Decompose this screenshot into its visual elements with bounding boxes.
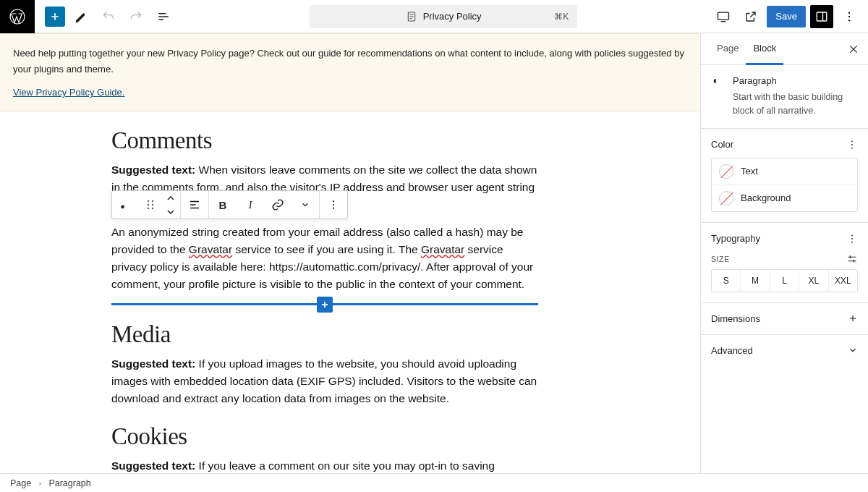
heading-media[interactable]: Media bbox=[111, 321, 538, 348]
plus-icon bbox=[848, 313, 858, 323]
panel-color-title: Color bbox=[711, 139, 733, 150]
heading-cookies[interactable]: Cookies bbox=[111, 423, 538, 450]
svg-point-11 bbox=[148, 208, 149, 209]
svg-point-20 bbox=[851, 238, 853, 239]
empty-swatch-icon bbox=[719, 191, 733, 205]
typography-panel-options[interactable] bbox=[846, 233, 858, 245]
block-type-button[interactable] bbox=[112, 191, 140, 219]
document-title: Privacy Policy bbox=[423, 11, 482, 22]
empty-swatch-icon bbox=[719, 164, 733, 179]
italic-button[interactable]: I bbox=[237, 191, 264, 219]
document-overview-button[interactable] bbox=[152, 5, 175, 28]
svg-point-7 bbox=[148, 200, 149, 202]
svg-point-14 bbox=[333, 204, 334, 205]
panel-typography-title: Typography bbox=[711, 233, 760, 244]
size-l[interactable]: L bbox=[770, 270, 799, 292]
block-options-button[interactable] bbox=[320, 191, 347, 219]
block-inserter-button[interactable] bbox=[45, 7, 65, 27]
redo-button[interactable] bbox=[124, 5, 148, 28]
font-size-selector: S M L XL XXL bbox=[711, 269, 858, 292]
drag-handle[interactable] bbox=[140, 199, 161, 211]
svg-rect-3 bbox=[817, 12, 827, 21]
svg-point-12 bbox=[152, 208, 153, 209]
close-sidebar-button[interactable] bbox=[848, 43, 859, 55]
privacy-policy-notice: Need help putting together your new Priv… bbox=[0, 33, 700, 111]
spellcheck-word: Gravatar bbox=[189, 243, 232, 255]
size-xxl[interactable]: XXL bbox=[829, 270, 857, 292]
svg-point-6 bbox=[848, 20, 850, 21]
svg-point-13 bbox=[333, 201, 334, 203]
move-up-button[interactable] bbox=[161, 191, 180, 205]
block-description: Start with the basic building block of a… bbox=[733, 90, 858, 118]
size-settings-button[interactable] bbox=[846, 253, 858, 265]
svg-point-5 bbox=[848, 15, 850, 17]
notice-text: Need help putting together your new Priv… bbox=[13, 46, 687, 77]
editor-breadcrumb: Page › Paragraph bbox=[0, 473, 868, 492]
svg-point-4 bbox=[848, 12, 850, 13]
svg-point-8 bbox=[152, 200, 153, 202]
spellcheck-word: Gravatar bbox=[421, 243, 464, 255]
chevron-right-icon: › bbox=[38, 478, 41, 488]
color-panel-options[interactable] bbox=[846, 139, 858, 150]
size-label: SIZE bbox=[711, 255, 730, 263]
tools-button[interactable] bbox=[69, 5, 93, 28]
undo-button[interactable] bbox=[97, 5, 120, 28]
bold-button[interactable]: B bbox=[209, 191, 237, 219]
svg-point-16 bbox=[851, 140, 853, 142]
size-s[interactable]: S bbox=[712, 270, 741, 292]
tab-page[interactable]: Page bbox=[710, 33, 746, 65]
paragraph-icon bbox=[711, 75, 724, 118]
svg-point-15 bbox=[333, 208, 334, 209]
svg-point-17 bbox=[851, 144, 853, 145]
paragraph-block[interactable]: Suggested text: If you upload images to … bbox=[111, 355, 538, 407]
link-button[interactable] bbox=[264, 191, 292, 219]
panel-advanced[interactable]: Advanced bbox=[701, 335, 868, 366]
editor-topbar: Privacy Policy ⌘K Save bbox=[0, 0, 868, 33]
external-view-button[interactable] bbox=[739, 5, 762, 28]
svg-point-21 bbox=[851, 241, 853, 242]
svg-point-9 bbox=[148, 204, 149, 205]
chevron-down-icon bbox=[848, 345, 858, 355]
crumb-paragraph[interactable]: Paragraph bbox=[48, 478, 90, 488]
svg-point-18 bbox=[851, 147, 853, 148]
move-down-button[interactable] bbox=[161, 205, 180, 219]
editor-canvas[interactable]: Need help putting together your new Priv… bbox=[0, 33, 700, 473]
svg-point-10 bbox=[152, 204, 153, 205]
wordpress-logo[interactable] bbox=[0, 0, 35, 33]
view-button[interactable] bbox=[712, 5, 735, 28]
add-block-inline-button[interactable] bbox=[317, 297, 333, 313]
paragraph-block[interactable]: Suggested text: If you leave a comment o… bbox=[111, 457, 538, 473]
tab-block[interactable]: Block bbox=[746, 33, 783, 65]
size-m[interactable]: M bbox=[741, 270, 770, 292]
align-button[interactable] bbox=[181, 191, 208, 219]
block-toolbar: B I bbox=[111, 190, 348, 219]
command-shortcut: ⌘K bbox=[554, 12, 569, 22]
size-xl[interactable]: XL bbox=[799, 270, 828, 292]
svg-rect-2 bbox=[718, 12, 729, 20]
save-button[interactable]: Save bbox=[767, 6, 806, 27]
color-text-row[interactable]: Text bbox=[712, 158, 857, 185]
panel-dimensions[interactable]: Dimensions bbox=[701, 303, 868, 335]
page-icon bbox=[406, 11, 417, 22]
color-background-row[interactable]: Background bbox=[712, 185, 857, 211]
more-rich-text-button[interactable] bbox=[292, 191, 319, 219]
heading-comments[interactable]: Comments bbox=[111, 127, 538, 154]
settings-toggle-button[interactable] bbox=[810, 5, 833, 28]
document-title-chip[interactable]: Privacy Policy ⌘K bbox=[310, 5, 577, 28]
svg-point-19 bbox=[851, 234, 853, 236]
options-button[interactable] bbox=[838, 5, 861, 28]
crumb-page[interactable]: Page bbox=[10, 478, 31, 488]
settings-sidebar: Page Block Paragraph Start with the basi… bbox=[700, 33, 868, 473]
paragraph-block[interactable]: An anonymized string created from your e… bbox=[111, 224, 538, 293]
block-name: Paragraph bbox=[733, 75, 858, 86]
block-insertion-line[interactable] bbox=[111, 303, 538, 305]
privacy-guide-link[interactable]: View Privacy Policy Guide. bbox=[13, 85, 124, 101]
